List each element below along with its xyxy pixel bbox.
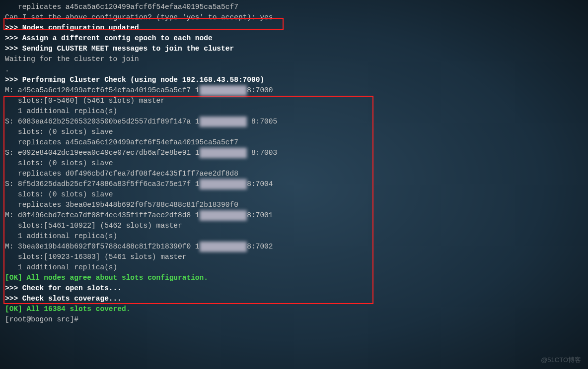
output-dot: . bbox=[5, 64, 583, 75]
output-cluster-check-header: >>> Performing Cluster Check (using node… bbox=[5, 75, 583, 85]
output-replicates: replicates a45ca5a6c120499afcf6f54efaa40… bbox=[5, 2, 583, 12]
output-cluster-meet: >>> Sending CLUSTER MEET messages to joi… bbox=[5, 44, 583, 54]
shell-prompt[interactable]: [root@bogon src]# bbox=[5, 314, 583, 325]
output-waiting: Waiting for the cluster to join bbox=[5, 54, 583, 64]
watermark-51cto: @51CTO博客 bbox=[541, 355, 581, 365]
highlight-box-cluster-check bbox=[3, 96, 373, 304]
output-assign-epoch: >>> Assign a different config epoch to e… bbox=[5, 33, 583, 44]
output-ok-slots-covered: [OK] All 16384 slots covered. bbox=[5, 304, 583, 314]
node-master-7000: M: a45ca5a6c120499afcf6f54efaa40195ca5a5… bbox=[5, 85, 583, 96]
highlight-box-config-prompt bbox=[3, 18, 284, 30]
